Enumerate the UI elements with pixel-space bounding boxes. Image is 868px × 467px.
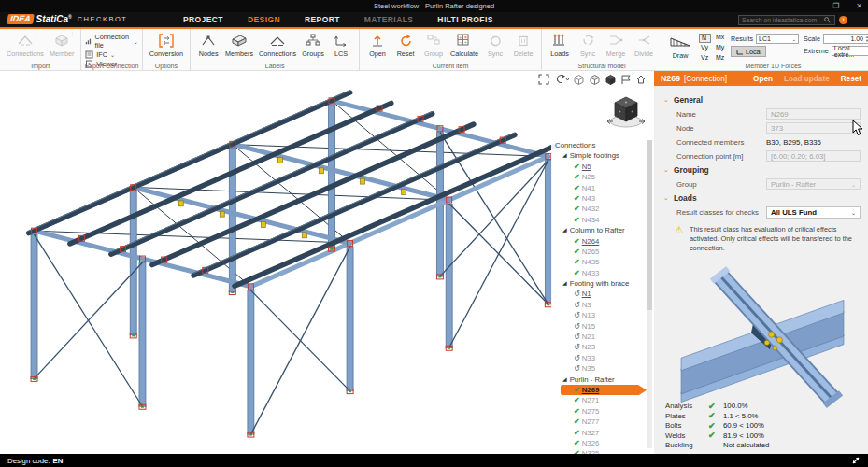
tree-item-n326[interactable]: ✔N326	[551, 438, 647, 448]
connection-point-label: Connection point [m]	[676, 152, 766, 161]
tree-item-n35[interactable]: ↺N35	[551, 363, 647, 374]
tree-item-n271[interactable]: ✔N271	[551, 395, 647, 405]
tree-item-n327[interactable]: ✔N327	[551, 428, 647, 438]
tree-root-connections[interactable]: Connections	[551, 140, 647, 150]
conversion-button[interactable]: Conversion	[147, 31, 186, 59]
toggle-mx[interactable]: Mx	[714, 34, 726, 43]
wireframe-view-icon[interactable]	[573, 74, 585, 85]
tree-group-column-to-rafter[interactable]: ◢Column to Rafter	[551, 225, 647, 235]
section-loads[interactable]: ⌄ Loads	[663, 193, 861, 203]
home-icon[interactable]	[635, 74, 647, 85]
tree-item-n435[interactable]: ✔N435	[551, 257, 647, 267]
section-general[interactable]: ⌄ General	[663, 95, 861, 105]
toggle-my[interactable]: My	[714, 44, 726, 53]
tree-item-n23[interactable]: ↺N23	[551, 342, 647, 352]
reset-button[interactable]: Reset	[391, 31, 420, 59]
group-button: Group	[420, 31, 448, 59]
tab-report[interactable]: REPORT	[305, 15, 340, 24]
tree-item-n265[interactable]: ✔N265	[551, 247, 647, 257]
sync-icon	[488, 32, 504, 49]
minimize-icon[interactable]: –	[812, 2, 816, 10]
tree-item-n43[interactable]: ✔N43	[551, 193, 647, 204]
labels-nodes-button[interactable]: Nodes	[194, 31, 222, 59]
search-field[interactable]	[742, 17, 824, 23]
ribbon-group-export: Connection file⌄ IFC⌄ Viewer Export Conn…	[81, 29, 142, 70]
reset-connection-button[interactable]: Reset	[841, 75, 861, 83]
tree-item-n33[interactable]: ↺N33	[551, 353, 647, 363]
model-viewport[interactable]: Connections ◢Simple footings ✔N5 ✔N25 ✔N…	[0, 71, 654, 454]
tree-group-simple-footings[interactable]: ◢Simple footings	[551, 150, 647, 161]
tree-item-n15[interactable]: ↺N15	[551, 321, 647, 332]
check-icon: ✔	[574, 438, 580, 448]
export-connection-file-button[interactable]: Connection file⌄	[85, 33, 137, 50]
toggle-vy[interactable]: Vy	[699, 44, 711, 53]
sync-button: Sync	[481, 31, 509, 59]
tree-scrollbar[interactable]	[647, 140, 652, 448]
maximize-icon[interactable]: ❐	[832, 2, 839, 10]
tree-item-n41[interactable]: ✔N41	[551, 183, 647, 193]
extreme-select[interactable]: Local extre...⌄	[832, 46, 868, 56]
tree-item-n25[interactable]: ✔N25	[551, 172, 647, 182]
result-classes-select[interactable]: All ULS Fund⌄	[766, 206, 861, 219]
account-icon[interactable]: i	[839, 16, 847, 24]
toggle-n[interactable]: N	[699, 34, 711, 43]
tree-item-n3[interactable]: ↺N3	[551, 300, 647, 310]
chevron-down-icon: ⌄	[851, 209, 856, 216]
visibility-flag-icon[interactable]	[620, 74, 632, 85]
loads-button[interactable]: Loads	[546, 31, 574, 59]
tree-item-n434[interactable]: ✔N434	[551, 215, 647, 225]
tree-item-n432[interactable]: ✔N432	[551, 204, 647, 214]
tree-item-n13[interactable]: ↺N13	[551, 310, 647, 320]
open-connection-button[interactable]: Open	[753, 75, 773, 83]
scale-input[interactable]: 1.00 ▲▼	[823, 34, 868, 44]
results-select[interactable]: LC1⌄	[756, 34, 799, 44]
tree-item-n1[interactable]: ↺N1	[551, 289, 647, 299]
draw-button[interactable]: Draw	[666, 33, 694, 64]
connected-members-value: B30, B295, B335	[766, 138, 861, 147]
labels-groups-button[interactable]: Groups	[299, 31, 327, 59]
orbit-icon[interactable]	[553, 74, 569, 85]
property-panel: N269 [Connection] Open Load update Reset…	[654, 71, 868, 454]
tree-item-n264[interactable]: ✔N264	[551, 236, 647, 247]
tree-item-n5[interactable]: ✔N5	[551, 162, 647, 172]
export-ifc-button[interactable]: IFC⌄	[85, 50, 137, 59]
search-input[interactable]	[738, 15, 835, 25]
tree-item-n433[interactable]: ✔N433	[551, 268, 647, 278]
tree-group-purlin-rafter[interactable]: ◢Purlin - Rafter	[551, 375, 647, 385]
close-icon[interactable]: ✕	[856, 2, 862, 10]
title-bar: Steel workflow - Purlin Rafter designed …	[0, 0, 868, 12]
zoom-fit-icon[interactable]	[538, 74, 549, 85]
tree-item-n325[interactable]: ✔N325	[551, 448, 647, 454]
import-connections-button: ↓ Connections	[4, 31, 47, 59]
chevron-down-icon: ⌄	[851, 181, 856, 188]
tab-hilti-profis[interactable]: HILTI PROFIS	[437, 15, 492, 24]
ribbon-group-options: Conversion Options	[143, 29, 191, 70]
download-arrow-icon: ↓	[71, 30, 75, 36]
check-results: Analysis ✔ 100.0% Plates ✔ 1.1 < 5.0% Bo…	[665, 402, 769, 451]
tree-item-n21[interactable]: ↺N21	[551, 332, 647, 342]
tree-item-n275[interactable]: ✔N275	[551, 406, 647, 417]
open-button[interactable]: Open	[363, 31, 391, 59]
tree-group-footing-with-brace[interactable]: ◢Footing with brace	[551, 278, 647, 289]
axes-icon	[333, 32, 349, 49]
connection-preview[interactable]	[667, 257, 858, 417]
recalculate-icon: ↺	[574, 289, 580, 299]
collapse-chevron-icon: ⌄	[663, 166, 669, 174]
expand-panel-icon[interactable]	[851, 456, 861, 465]
local-toggle-button[interactable]: Local	[731, 46, 766, 57]
calculate-icon: +×−÷	[456, 32, 473, 49]
labels-members-button[interactable]: Members	[222, 31, 256, 59]
solid-view-icon[interactable]	[605, 74, 617, 85]
tree-item-n269-selected[interactable]: ✔N269	[561, 385, 647, 395]
tab-project[interactable]: PROJECT	[183, 15, 223, 24]
tab-design[interactable]: DESIGN	[248, 15, 280, 24]
labels-connections-button[interactable]: Connections	[256, 31, 299, 59]
calculate-button[interactable]: +×−÷ Calculate	[448, 31, 481, 59]
section-grouping[interactable]: ⌄ Grouping	[663, 165, 861, 175]
shaded-view-icon[interactable]	[589, 74, 601, 85]
tree-item-n277[interactable]: ✔N277	[551, 417, 647, 427]
labels-lcs-button[interactable]: LCS	[327, 31, 355, 59]
panel-header: N269 [Connection] Open Load update Reset	[654, 71, 868, 86]
navigation-cube[interactable]	[604, 90, 648, 133]
check-row-bolts: Bolts ✔ 60.9 < 100%	[665, 421, 769, 432]
